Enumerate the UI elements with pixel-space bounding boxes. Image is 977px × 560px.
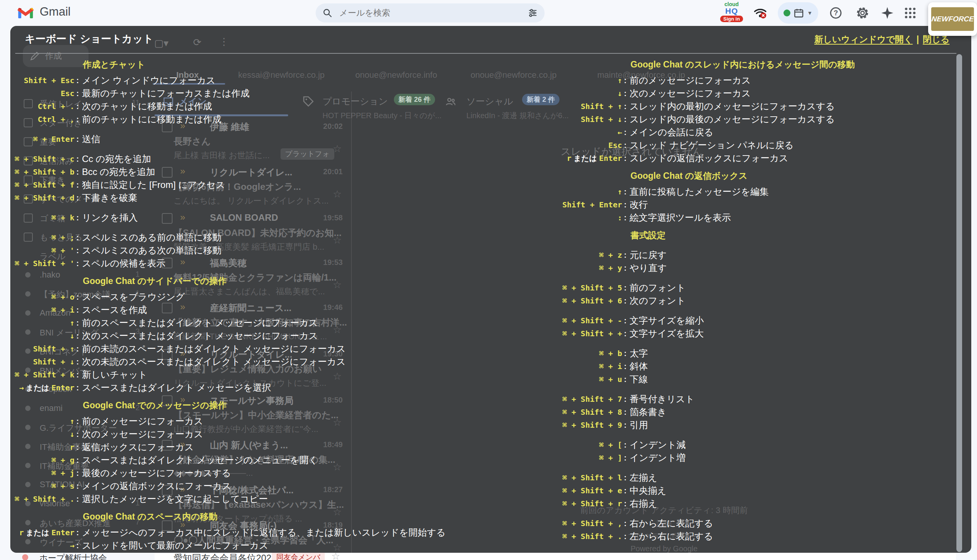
shortcut-colon: : bbox=[76, 493, 79, 505]
shortcut-colon: : bbox=[76, 74, 79, 87]
shortcut-colon: : bbox=[624, 327, 627, 340]
shortcut-key: ⌘ + [ bbox=[542, 438, 622, 452]
open-in-new-window-link[interactable]: 新しいウィンドウで開く bbox=[815, 34, 913, 44]
shortcut-row: ⌘ + Shift + ,:右から左に表記する bbox=[542, 517, 855, 530]
shortcut-row: ⌘ + z:元に戻す bbox=[542, 248, 855, 262]
shortcut-row: ⌘ + s:メインの返信ボックスにフォーカス bbox=[12, 480, 446, 493]
shortcut-row: ↑:前のメッセージにフォーカス bbox=[12, 415, 446, 428]
shortcut-row: ⌘ + Shift + 7:番号付きリスト bbox=[542, 393, 855, 406]
shortcut-colon: : bbox=[76, 539, 79, 552]
shortcut-key: ⌘ + Shift + 8 bbox=[542, 406, 622, 418]
link-separator: | bbox=[916, 34, 918, 44]
shortcut-description: 右揃え bbox=[630, 497, 657, 510]
shortcut-row: ⌘ + ]:インデント増 bbox=[542, 452, 855, 464]
shortcut-key: ⌘ + s bbox=[12, 480, 74, 493]
shortcut-key: ↓ bbox=[12, 329, 74, 342]
shortcut-description: 太字 bbox=[630, 347, 648, 360]
newforce-account-logo[interactable]: NEWFORCE bbox=[928, 2, 977, 36]
status-calendar-pill[interactable]: ▼ bbox=[778, 2, 818, 23]
shortcut-colon: : bbox=[624, 211, 627, 224]
shortcut-row: ⌘ + i:スペースを作成 bbox=[12, 303, 446, 317]
shortcut-key: Esc bbox=[542, 139, 622, 152]
shortcut-description: 最後のメッセージにフォーカスする bbox=[82, 467, 231, 480]
shortcut-key: ⌘ + j bbox=[12, 467, 74, 480]
gmail-top-bar: Gmail cloud HQ Sign in bbox=[0, 0, 977, 26]
shortcut-key: ↑ bbox=[542, 185, 622, 198]
shortcut-key: ⌘ + Shift + b bbox=[12, 165, 74, 178]
search-options-tune-icon[interactable] bbox=[528, 8, 538, 18]
shortcut-colon: : bbox=[76, 290, 79, 303]
shortcut-key: ⌘ + ' bbox=[12, 244, 74, 257]
search-bar[interactable] bbox=[316, 3, 545, 22]
shortcut-key: ⌘ + i bbox=[542, 360, 622, 373]
shortcut-colon: : bbox=[624, 471, 627, 484]
cloudhq-signin-badge[interactable]: Sign in bbox=[720, 16, 743, 22]
shortcut-description: スペースをブラウジング bbox=[82, 290, 185, 303]
shortcut-section-title: Google Chat の返信ボックス bbox=[631, 169, 855, 182]
shortcut-colon: : bbox=[624, 198, 627, 211]
shortcut-description: スレッド内の最初のメッセージにフォーカスする bbox=[630, 100, 835, 113]
shortcut-row: ⌘ + ;:スペルミスのある前の単語に移動 bbox=[12, 231, 446, 244]
sidebar-item-bottom[interactable]: ホープ解析士協会 bbox=[39, 552, 107, 560]
shortcut-key: ⌘ + Shift + + bbox=[542, 327, 622, 340]
shortcut-section-title: Google Chat のスレッド内におけるメッセージ間の移動 bbox=[631, 58, 855, 71]
shortcut-colon: : bbox=[76, 480, 79, 493]
gemini-sparkle-icon[interactable] bbox=[881, 7, 894, 20]
shortcut-section-title: 書式設定 bbox=[631, 229, 855, 242]
shortcut-key: ↓ bbox=[12, 428, 74, 441]
shortcut-colon: : bbox=[624, 418, 627, 432]
shortcut-row: ←:メインの会話に戻る bbox=[542, 126, 855, 139]
cloudhq-extension[interactable]: cloud HQ Sign in bbox=[718, 2, 745, 22]
overlay-actions: 新しいウィンドウで開く|閉じる bbox=[815, 33, 950, 45]
shortcut-row: ⌘ + y:やり直す bbox=[542, 262, 855, 275]
shortcut-description: インデント減 bbox=[630, 438, 686, 452]
overlay-scrollbar-thumb[interactable] bbox=[956, 54, 962, 552]
shortcut-row: Shift + ↓:スレッド内の最後のメッセージにフォーカスする bbox=[542, 113, 855, 126]
select-checkbox-ghost-icon: ▢▾ bbox=[154, 37, 169, 49]
shortcut-row: ⌘ + Shift + .:左から右に表記する bbox=[542, 530, 855, 543]
search-input[interactable] bbox=[338, 8, 528, 18]
shortcut-description: 次のチャットに移動または作成 bbox=[82, 100, 212, 113]
shortcut-colon: : bbox=[76, 192, 79, 204]
shortcut-key: ⌘ + b bbox=[542, 347, 622, 360]
shortcut-key: ⌘ + Shift + - bbox=[542, 314, 622, 327]
shortcut-colon: : bbox=[624, 393, 627, 406]
shortcut-row: ⌘ + Enter:送信 bbox=[12, 133, 446, 146]
wifi-off-icon[interactable] bbox=[754, 7, 767, 20]
shortcut-colon: : bbox=[624, 360, 627, 373]
shortcut-key: Shift + ↓ bbox=[542, 113, 622, 126]
help-icon[interactable]: ? bbox=[829, 7, 842, 20]
shortcut-row: r:返信ボックスにフォーカス bbox=[12, 441, 446, 453]
shortcuts-left-column: 作成とチャットShift + Esc:メイン ウィンドウにフォーカスEsc:最新… bbox=[12, 53, 446, 552]
shortcut-description: スレッドの返信ボックスにフォーカス bbox=[630, 152, 788, 165]
more-options-ghost-icon: ⋮ bbox=[219, 36, 229, 48]
shortcut-row: r または Enter:スレッドの返信ボックスにフォーカス bbox=[542, 152, 855, 165]
chevron-down-icon: ▼ bbox=[807, 10, 813, 16]
apps-grid-icon[interactable] bbox=[904, 7, 917, 20]
shortcut-description: メインの返信ボックスにフォーカス bbox=[82, 480, 231, 493]
shortcut-colon: : bbox=[624, 530, 627, 543]
shortcut-key: Ctrl + . bbox=[12, 100, 74, 113]
shortcut-key: ⌘ + Shift + ' bbox=[12, 257, 74, 270]
shortcut-key: ⌘ + Shift + f bbox=[12, 178, 74, 192]
shortcut-section-title: Google Chat のサイドバーでの操作 bbox=[83, 275, 446, 287]
shortcut-row: ↑:直前に投稿したメッセージを編集 bbox=[542, 185, 855, 198]
shortcut-key: ⌘ + Shift + 9 bbox=[542, 418, 622, 432]
shortcut-key: Esc bbox=[12, 87, 74, 100]
shortcut-description: 新しいチャット bbox=[82, 368, 147, 381]
shortcut-row: ⌘ + k:リンクを挿入 bbox=[12, 211, 446, 224]
shortcut-key: ⌘ + y bbox=[542, 262, 622, 275]
shortcut-colon: : bbox=[624, 152, 627, 165]
shortcut-row: ⌘ + [:インデント減 bbox=[542, 438, 855, 452]
settings-gear-icon[interactable] bbox=[856, 7, 869, 20]
email-snippet-bottom[interactable]: 愛知同友会会員各位202 bbox=[174, 552, 271, 560]
cloudhq-word-cloud: cloud bbox=[718, 2, 745, 7]
shortcut-row: ⌘ + Shift + ':スペルの候補を表示 bbox=[12, 257, 446, 270]
shortcut-colon: : bbox=[76, 415, 79, 428]
shortcut-description: メインの会話に戻る bbox=[630, 126, 713, 139]
shortcut-description: 斜体 bbox=[630, 360, 648, 373]
shortcut-row: ⌘ + Shift + k:新しいチャット bbox=[12, 368, 446, 381]
shortcut-description: スペルミスのある次の単語に移動 bbox=[82, 244, 222, 257]
shortcut-key: ⌘ + Shift + d bbox=[12, 192, 74, 204]
shortcut-description: スレッドを開いて最新のメールにフォーカス bbox=[82, 539, 268, 552]
